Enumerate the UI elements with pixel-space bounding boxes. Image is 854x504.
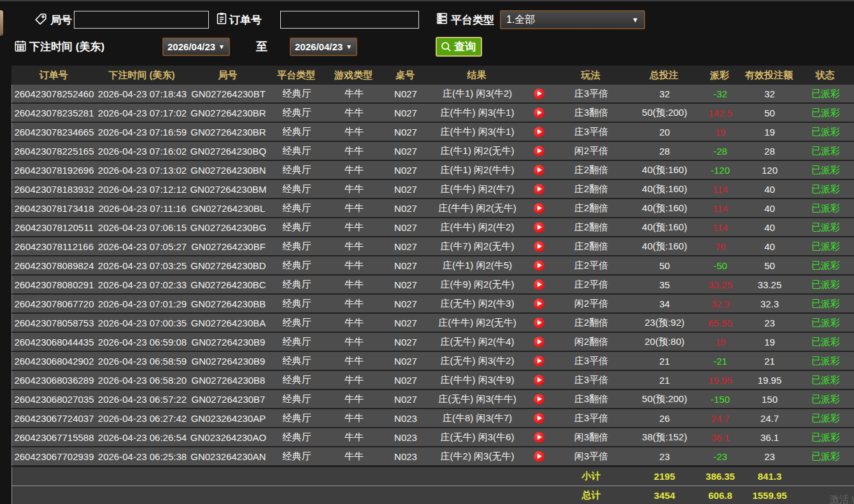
play-video-icon[interactable] xyxy=(534,241,544,252)
header-platform-type: 平台类型 xyxy=(267,69,325,81)
cell-result: 庄(牛1) 闲3(牛2) xyxy=(429,88,526,100)
play-video-icon[interactable] xyxy=(534,451,544,462)
play-video-icon[interactable] xyxy=(534,127,544,137)
cell-payout: 24.7 xyxy=(698,413,743,424)
cell-result: 庄(牛1) 闲2(无牛) xyxy=(429,145,526,157)
cell-order-no: 260423068042902 xyxy=(12,356,96,367)
cell-game-type: 牛牛 xyxy=(325,355,383,367)
cell-result: 庄(牛7) 闲2(无牛) xyxy=(429,241,526,253)
cell-play-type: 闲3平倍 xyxy=(552,451,631,463)
play-video-icon[interactable] xyxy=(534,279,544,290)
table-row: 260423068036289 2026-04-23 06:58:20 GN02… xyxy=(11,371,854,390)
cell-platform-type: 经典厅 xyxy=(268,374,325,386)
order-number-label: 订单号 xyxy=(229,13,262,27)
table-row: 260423078080291 2026-04-23 07:02:33 GN02… xyxy=(11,276,854,295)
cell-bet-time: 2026-04-23 07:17:02 xyxy=(96,108,189,118)
subtotal-row: 小计 2195 386.35 841.3 xyxy=(11,466,854,486)
cell-platform-type: 经典厅 xyxy=(268,260,325,272)
cell-play-type: 庄3平倍 xyxy=(552,374,631,386)
cell-play-type: 庄2翻倍 xyxy=(552,241,631,253)
cell-video xyxy=(526,451,552,462)
cell-round-no: GN027264230BB xyxy=(189,298,268,309)
cell-bet-time: 2026-04-23 06:26:54 xyxy=(96,432,189,443)
cell-total-bet: 50(预:200) xyxy=(631,393,698,405)
play-video-icon[interactable] xyxy=(534,146,544,157)
cell-play-type: 庄2翻倍 xyxy=(552,202,631,214)
subtotal-total-bet: 2195 xyxy=(631,471,698,482)
cell-game-type: 牛牛 xyxy=(325,260,383,272)
date-from-button[interactable]: 2026/04/23 ▼ xyxy=(162,38,230,56)
play-video-icon[interactable] xyxy=(534,337,544,347)
cell-valid-bet: 21 xyxy=(743,356,797,367)
play-video-icon[interactable] xyxy=(534,108,544,118)
play-video-icon[interactable] xyxy=(534,394,544,405)
cell-platform-type: 经典厅 xyxy=(268,298,325,310)
platform-type-select[interactable]: 1.全部 ▼ xyxy=(500,10,645,29)
cell-order-no: 260423078235281 xyxy=(12,108,96,118)
cell-video xyxy=(526,165,552,176)
cell-bet-time: 2026-04-23 07:00:35 xyxy=(96,318,189,328)
cell-round-no: GN023264230AO xyxy=(189,432,268,443)
cell-round-no: GN027264230BN xyxy=(189,165,268,176)
cell-video xyxy=(526,394,552,405)
cell-video xyxy=(526,222,552,233)
play-video-icon[interactable] xyxy=(534,222,544,233)
header-game-type: 游戏类型 xyxy=(325,69,382,81)
chevron-down-icon: ▼ xyxy=(346,43,352,50)
play-video-icon[interactable] xyxy=(534,375,544,386)
play-video-icon[interactable] xyxy=(534,203,544,214)
cell-play-type: 庄3平倍 xyxy=(552,88,631,100)
cell-video xyxy=(526,184,552,195)
play-video-icon[interactable] xyxy=(534,88,544,99)
play-video-icon[interactable] xyxy=(534,298,544,309)
cell-platform-type: 经典厅 xyxy=(268,183,325,195)
cell-platform-type: 经典厅 xyxy=(268,317,325,329)
cell-video xyxy=(526,279,552,290)
status-badge: 已派彩 xyxy=(797,374,854,386)
query-button[interactable]: 查询 xyxy=(436,37,482,57)
cell-table-no: N027 xyxy=(383,356,429,367)
cell-valid-bet: 36.1 xyxy=(743,432,797,443)
cell-result: 庄(牛1) 闲2(牛5) xyxy=(429,260,526,272)
header-status: 状态 xyxy=(796,69,854,81)
play-video-icon[interactable] xyxy=(534,318,544,328)
cell-result: 庄(无牛) 闲3(牛牛) xyxy=(429,393,526,405)
cell-result: 庄(牛2) 闲3(无牛) xyxy=(429,451,526,463)
cell-order-no: 260423067715588 xyxy=(12,432,96,443)
cell-payout: 142.5 xyxy=(698,108,743,118)
cell-round-no: GN023264230AP xyxy=(189,413,268,424)
play-video-icon[interactable] xyxy=(534,165,544,176)
cell-round-no: GN027264230B9 xyxy=(189,356,268,367)
cell-play-type: 庄2翻倍 xyxy=(552,221,631,234)
cell-payout: 32.3 xyxy=(698,298,743,309)
cell-total-bet: 34 xyxy=(631,298,698,309)
play-video-icon[interactable] xyxy=(534,356,544,367)
play-video-icon[interactable] xyxy=(534,432,544,443)
status-badge: 已派彩 xyxy=(797,107,854,119)
cell-order-no: 260423078252460 xyxy=(12,88,96,99)
round-number-input[interactable] xyxy=(74,11,209,29)
play-video-icon[interactable] xyxy=(534,260,544,271)
cell-play-type: 庄3平倍 xyxy=(552,126,631,138)
cell-result: 庄(牛牛) 闲3(牛1) xyxy=(429,107,526,119)
play-video-icon[interactable] xyxy=(534,413,544,424)
cell-game-type: 牛牛 xyxy=(325,317,383,329)
play-video-icon[interactable] xyxy=(534,184,544,195)
chevron-down-icon: ▼ xyxy=(632,16,639,24)
order-number-input[interactable] xyxy=(280,11,419,29)
header-total-bet: 总投注 xyxy=(630,69,697,81)
calendar-icon xyxy=(13,39,27,53)
cell-order-no: 260423068027035 xyxy=(12,394,96,405)
cell-valid-bet: 40 xyxy=(743,241,797,252)
cell-table-no: N027 xyxy=(383,222,429,233)
cell-total-bet: 40(预:160) xyxy=(631,221,698,234)
cell-table-no: N027 xyxy=(383,241,429,252)
date-to-button[interactable]: 2026/04/23 ▼ xyxy=(290,38,357,56)
cell-total-bet: 28 xyxy=(631,146,698,157)
cell-payout: 36.1 xyxy=(698,432,743,443)
cell-total-bet: 40(预:160) xyxy=(631,164,698,176)
cell-total-bet: 23 xyxy=(631,451,698,462)
cell-payout: 114 xyxy=(698,203,743,214)
header-order-no: 订单号 xyxy=(11,69,96,81)
cell-bet-time: 2026-04-23 07:13:02 xyxy=(96,165,189,176)
